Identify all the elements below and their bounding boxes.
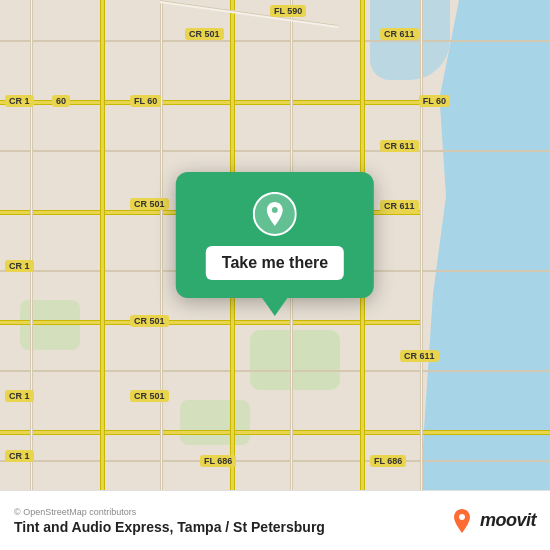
road-h-6 (0, 320, 420, 325)
label-cr1-4: CR 1 (5, 450, 34, 462)
location-name: Tint and Audio Express, Tampa / St Peter… (14, 519, 325, 535)
label-cr1-2: CR 1 (5, 260, 34, 272)
moovit-pin-icon (448, 507, 476, 535)
label-cr611-2: CR 611 (380, 140, 419, 152)
green-area-1 (20, 300, 80, 350)
label-cr501-2: CR 501 (130, 198, 169, 210)
label-cr611-1: CR 611 (380, 28, 419, 40)
road-h-7 (0, 370, 550, 372)
road-v-2 (100, 0, 105, 490)
label-cr611-3: CR 611 (380, 200, 419, 212)
green-area-2 (250, 330, 340, 390)
label-fl590: FL 590 (270, 5, 306, 17)
label-cr1-1: CR 1 (5, 95, 34, 107)
label-fl686-2: FL 686 (370, 455, 406, 467)
road-h-1 (0, 40, 550, 42)
label-cr501-1: CR 501 (185, 28, 224, 40)
bottom-left: © OpenStreetMap contributors Tint and Au… (14, 507, 325, 535)
attribution-text: © OpenStreetMap contributors (14, 507, 325, 517)
label-cr1-3: CR 1 (5, 390, 34, 402)
map-container: CR 501 FL 590 CR 611 CR 611 CR 611 CR 61… (0, 0, 550, 490)
label-fl60-2: FL 60 (419, 95, 450, 107)
label-60: 60 (52, 95, 70, 107)
take-me-there-button[interactable]: Take me there (206, 246, 344, 280)
road-h-3 (0, 150, 550, 152)
road-v-3 (160, 0, 163, 490)
road-h-9 (0, 460, 550, 462)
label-cr501-4: CR 501 (130, 390, 169, 402)
green-area-3 (180, 400, 250, 445)
location-pin-icon (253, 192, 297, 236)
road-h-8 (0, 430, 550, 435)
label-fl686-1: FL 686 (200, 455, 236, 467)
moovit-text: moovit (480, 510, 536, 531)
road-v-1 (30, 0, 33, 490)
moovit-logo: moovit (448, 507, 536, 535)
road-v-7 (420, 0, 423, 490)
popup-card: Take me there (176, 172, 374, 298)
bottom-bar: © OpenStreetMap contributors Tint and Au… (0, 490, 550, 550)
label-fl60-1: FL 60 (130, 95, 161, 107)
label-cr501-3: CR 501 (130, 315, 169, 327)
label-cr611-4: CR 611 (400, 350, 439, 362)
